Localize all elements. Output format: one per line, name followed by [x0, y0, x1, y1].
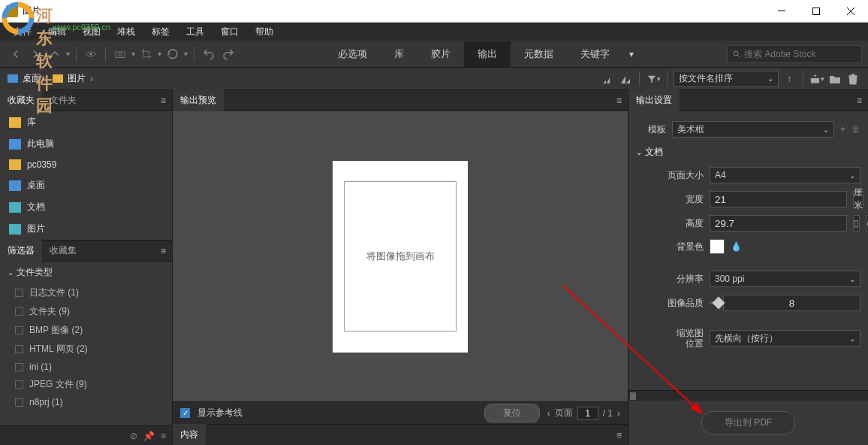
cancel-icon[interactable]: ⊘ — [130, 431, 137, 441]
search-box[interactable] — [727, 45, 862, 63]
checkbox-icon[interactable] — [15, 398, 23, 407]
unit-dropdown[interactable]: 厘米 — [853, 191, 863, 207]
menu-help[interactable]: 帮助 — [249, 24, 279, 40]
favorite-item[interactable]: 图片 — [0, 218, 172, 240]
camera-icon[interactable] — [112, 46, 128, 62]
panel-menu-icon[interactable]: ≡ — [161, 431, 166, 441]
close-button[interactable] — [833, 0, 868, 23]
rotate-right-icon[interactable] — [220, 46, 237, 62]
menu-window[interactable]: 窗口 — [215, 24, 245, 40]
sort-dropdown[interactable]: 按文件名排序 ⌄ — [674, 71, 779, 87]
page-input[interactable] — [577, 407, 598, 420]
checkbox-icon[interactable] — [15, 363, 23, 371]
favorite-item[interactable]: 桌面 — [0, 174, 172, 196]
export-pdf-button[interactable]: 导出到 PDF — [701, 411, 795, 434]
favorite-item[interactable]: 库 — [0, 111, 172, 133]
new-folder-icon[interactable] — [827, 71, 842, 86]
favorite-item[interactable]: 文档 — [0, 196, 172, 218]
tab-collection[interactable]: 收藏集 — [42, 240, 84, 262]
page-prev-icon[interactable]: ‹ — [547, 408, 550, 419]
pin-icon[interactable]: 📌 — [143, 431, 155, 441]
search-input[interactable] — [744, 49, 857, 59]
panel-menu-icon[interactable]: ≡ — [155, 246, 172, 256]
thumb-dropdown[interactable]: 先横向（按行）⌄ — [710, 330, 860, 347]
filter-item[interactable]: 日志文件 (1) — [0, 283, 172, 302]
favorite-item[interactable]: 此电脑 — [0, 133, 172, 155]
width-input[interactable] — [710, 191, 847, 207]
panel-menu-icon[interactable]: ≡ — [851, 95, 868, 106]
filter-item[interactable]: n8prj (1) — [0, 394, 172, 410]
resolution-dropdown[interactable]: 300 ppi⌄ — [710, 271, 860, 287]
portrait-icon[interactable]: ▯ — [853, 215, 860, 232]
tab-content[interactable]: 内容 — [173, 424, 206, 445]
panel-menu-icon[interactable]: ≡ — [155, 95, 172, 106]
menu-file[interactable]: 文件 — [8, 24, 38, 40]
menu-tools[interactable]: 工具 — [180, 24, 210, 40]
filter-ramp-icon[interactable] — [600, 71, 615, 86]
filter-item[interactable]: ini (1) — [0, 359, 172, 375]
menu-stack[interactable]: 堆栈 — [111, 24, 141, 40]
eyedropper-icon[interactable]: 💧 — [731, 241, 742, 252]
scrollbar[interactable] — [628, 390, 868, 401]
panel-menu-icon[interactable]: ≡ — [610, 95, 628, 106]
tab-folders[interactable]: 文件夹 — [42, 89, 84, 111]
quality-value[interactable] — [723, 295, 860, 311]
rotate-ccw-icon[interactable] — [164, 46, 181, 62]
tab-output-preview[interactable]: 输出预览 — [173, 89, 224, 111]
checkbox-icon[interactable] — [15, 326, 23, 335]
checkbox-icon[interactable] — [15, 380, 23, 389]
trash-icon[interactable] — [845, 71, 860, 86]
panel-menu-icon[interactable]: ≡ — [610, 430, 628, 440]
quality-slider[interactable] — [710, 301, 717, 304]
page-next-icon[interactable]: › — [617, 408, 620, 419]
guides-checkbox[interactable]: ✓ — [180, 408, 190, 418]
filter-item[interactable]: BMP 图像 (2) — [0, 321, 172, 340]
height-input[interactable] — [710, 215, 847, 232]
filter-item[interactable]: 文件夹 (9) — [0, 302, 172, 321]
filter-item[interactable]: HTML 网页 (2) — [0, 340, 172, 359]
crop-icon[interactable] — [138, 46, 155, 62]
svg-rect-1 — [813, 8, 820, 14]
menu-label[interactable]: 标签 — [146, 24, 176, 40]
forward-icon[interactable] — [27, 46, 44, 62]
workspace-output[interactable]: 输出 — [464, 41, 511, 67]
import-icon[interactable]: ▾ — [809, 71, 824, 86]
rotate-left-icon[interactable] — [200, 46, 217, 62]
tab-output-settings[interactable]: 输出设置 — [628, 89, 680, 111]
add-icon[interactable]: + — [840, 124, 845, 135]
filter-item[interactable]: JPEG 文件 (9) — [0, 375, 172, 394]
workspace-keywords[interactable]: 关键字 — [567, 41, 623, 67]
path-segment[interactable]: 图片 — [68, 72, 86, 85]
workspace-essentials[interactable]: 必选项 — [324, 41, 381, 67]
workspace-library[interactable]: 库 — [381, 41, 417, 67]
canvas-dropzone[interactable]: 将图像拖到画布 — [344, 181, 457, 331]
maximize-button[interactable] — [799, 0, 833, 23]
funnel-icon[interactable]: ▾ — [646, 71, 661, 86]
checkbox-icon[interactable] — [15, 307, 23, 316]
preview-canvas[interactable]: 将图像拖到画布 — [173, 111, 628, 401]
favorite-item[interactable]: pc0359 — [0, 155, 172, 174]
checkbox-icon[interactable] — [15, 345, 23, 353]
bg-color-swatch[interactable] — [710, 239, 725, 254]
page-size-dropdown[interactable]: A4⌄ — [710, 167, 860, 183]
path-segment[interactable]: 桌面 — [23, 72, 41, 85]
tab-filter[interactable]: 筛选器 — [0, 240, 42, 262]
up-icon[interactable] — [47, 46, 63, 62]
workspace-filmstrip[interactable]: 胶片 — [417, 41, 464, 67]
checkbox-icon[interactable] — [15, 289, 23, 297]
reset-button[interactable]: 复位 — [484, 404, 540, 422]
menu-view[interactable]: 视图 — [77, 24, 107, 40]
back-icon[interactable] — [8, 46, 24, 62]
reveal-icon[interactable] — [83, 46, 99, 62]
trash-icon[interactable]: 🗑 — [851, 124, 860, 135]
doc-section-header[interactable]: ⌄文档 — [628, 141, 868, 163]
workspace-metadata[interactable]: 元数据 — [511, 41, 567, 67]
minimize-button[interactable] — [764, 0, 799, 23]
template-dropdown[interactable]: 美术框⌄ — [672, 121, 834, 138]
filter-ramp2-icon[interactable] — [618, 71, 633, 86]
workspace-chevron-icon[interactable]: ▾ — [623, 46, 640, 62]
menu-edit[interactable]: 编辑 — [42, 24, 72, 40]
filter-section-header[interactable]: ⌄文件类型 — [0, 262, 172, 283]
sort-asc-icon[interactable]: ↑ — [782, 71, 797, 86]
tab-favorites[interactable]: 收藏夹 — [0, 89, 42, 111]
